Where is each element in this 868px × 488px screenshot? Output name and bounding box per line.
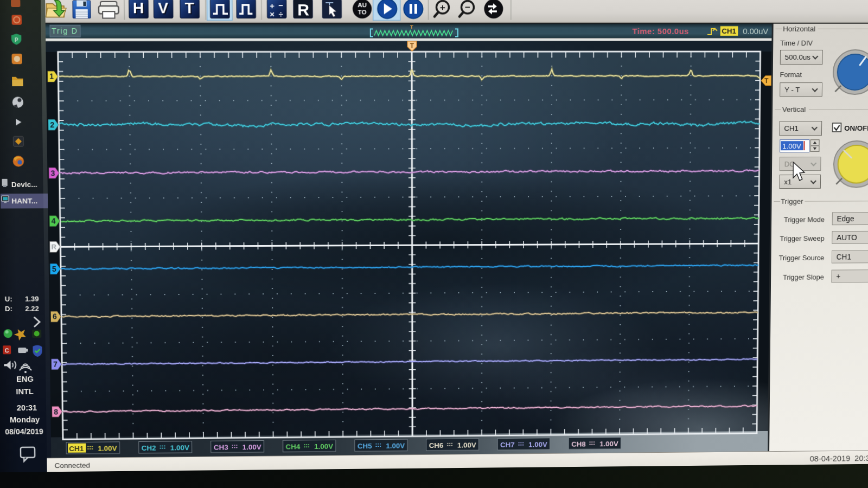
svg-text:+: + — [440, 2, 445, 12]
svg-text:ON/OFF: ON/OFF — [844, 124, 868, 132]
svg-text:÷: ÷ — [279, 10, 284, 19]
svg-text:CH2: CH2 — [142, 444, 156, 452]
svg-text:CH1: CH1 — [69, 445, 84, 453]
svg-text:1: 1 — [49, 72, 54, 81]
svg-text:CH5: CH5 — [358, 442, 372, 450]
svg-text:1.00V: 1.00V — [599, 440, 618, 448]
svg-text:2: 2 — [50, 120, 54, 129]
svg-text:CH1: CH1 — [722, 27, 736, 35]
svg-text:Trig D: Trig D — [52, 27, 77, 36]
svg-text:1.00V: 1.00V — [314, 442, 334, 451]
svg-text:P: P — [15, 37, 18, 43]
svg-text:AU: AU — [358, 1, 367, 8]
svg-text:C: C — [5, 347, 9, 354]
svg-text:CH6: CH6 — [429, 441, 444, 450]
svg-text:Time: 500.0us: Time: 500.0us — [632, 27, 689, 36]
svg-text:1.00V: 1.00V — [98, 444, 117, 452]
svg-text:−: − — [465, 2, 470, 13]
svg-text:CH3: CH3 — [214, 443, 228, 451]
svg-text:0.00uV: 0.00uV — [743, 27, 769, 36]
svg-text:T: T — [184, 0, 194, 16]
svg-text:1.00V: 1.00V — [386, 442, 405, 450]
svg-text:3: 3 — [50, 169, 55, 177]
svg-text:TO: TO — [358, 9, 367, 16]
svg-text:V: V — [158, 0, 168, 16]
svg-text:CH8: CH8 — [571, 440, 586, 448]
svg-text:T: T — [410, 42, 414, 49]
svg-text:H: H — [133, 0, 144, 16]
svg-text:1.00V: 1.00V — [528, 440, 547, 448]
svg-text:1.00V: 1.00V — [457, 441, 477, 449]
svg-text:CH4: CH4 — [285, 442, 300, 451]
svg-text:T: T — [764, 77, 769, 85]
svg-text:CH7: CH7 — [500, 441, 515, 449]
svg-text:T: T — [410, 24, 413, 30]
svg-text:5: 5 — [52, 265, 56, 273]
svg-text:4: 4 — [52, 217, 56, 226]
svg-text:R: R — [297, 1, 309, 19]
svg-text:R: R — [51, 243, 56, 251]
svg-text:×: × — [270, 10, 275, 19]
svg-text:6: 6 — [53, 312, 57, 321]
svg-text:8: 8 — [54, 408, 58, 416]
svg-text:1.00V: 1.00V — [170, 444, 190, 452]
svg-text:7: 7 — [53, 360, 58, 369]
svg-text:1.00V: 1.00V — [242, 443, 262, 451]
svg-text:−: − — [278, 1, 283, 10]
